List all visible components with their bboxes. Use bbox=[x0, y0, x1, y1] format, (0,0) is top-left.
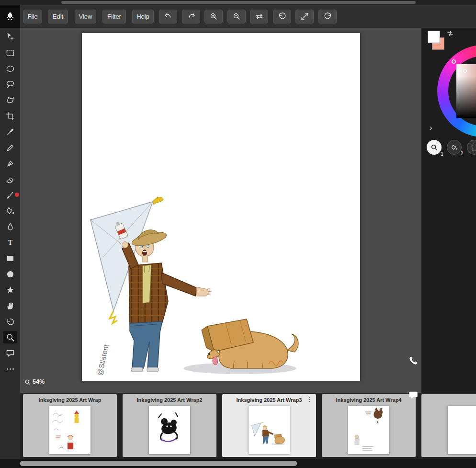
frame-title: Inksgiving 2025 Art Wrap3 bbox=[222, 397, 316, 403]
rotate-cw-icon bbox=[323, 12, 332, 21]
ink-pen-icon bbox=[5, 159, 15, 169]
paintbrush-icon bbox=[5, 190, 15, 200]
frame-card-5-partial[interactable] bbox=[421, 394, 476, 457]
frames-panel: Inksgiving 2025 Art Wrap bbox=[20, 393, 476, 459]
tool-crop[interactable] bbox=[3, 110, 17, 122]
app-logo-button[interactable] bbox=[0, 5, 20, 28]
tool-ellipse-select[interactable] bbox=[3, 62, 17, 75]
pencil-icon bbox=[5, 143, 15, 153]
tool-slot-2-fill[interactable]: 2 bbox=[447, 140, 462, 155]
rect-shape-icon bbox=[5, 253, 15, 263]
tool-slot-3-select[interactable] bbox=[467, 140, 476, 155]
undo-button[interactable] bbox=[159, 10, 177, 23]
tool-comment[interactable] bbox=[3, 347, 17, 359]
tool-star-shape[interactable] bbox=[3, 284, 17, 296]
eyedropper-icon bbox=[5, 127, 15, 137]
tool-rect-select[interactable] bbox=[3, 46, 17, 59]
tool-transform[interactable] bbox=[3, 31, 17, 43]
tool-rect-shape[interactable] bbox=[3, 252, 17, 264]
frame-thumbnail bbox=[249, 406, 290, 454]
hand-icon bbox=[5, 301, 15, 311]
tool-zoom[interactable] bbox=[3, 331, 17, 343]
top-scrollbar-handle[interactable] bbox=[61, 1, 416, 4]
voice-call-button[interactable] bbox=[407, 354, 419, 367]
tool-eyedropper[interactable] bbox=[3, 126, 17, 138]
ellipse-select-icon bbox=[5, 64, 15, 74]
frame-card-3-selected[interactable]: Inksgiving 2025 Art Wrap3 ⋮ bbox=[222, 394, 316, 457]
saturation-value-marker bbox=[463, 69, 467, 73]
saturation-value-box[interactable] bbox=[456, 64, 476, 118]
chat-bubble-icon bbox=[408, 390, 419, 400]
hue-marker bbox=[452, 59, 456, 64]
panel-expand-chevron[interactable]: › bbox=[430, 124, 432, 132]
menu-help[interactable]: Help bbox=[132, 10, 154, 23]
canvas[interactable]: @Stiatent bbox=[82, 33, 360, 381]
tool-ink-pen[interactable] bbox=[3, 157, 17, 170]
phone-icon bbox=[408, 355, 419, 366]
polygon-select-icon bbox=[5, 95, 15, 105]
zoom-level-label: 54% bbox=[33, 378, 45, 385]
text-icon: T bbox=[5, 238, 15, 248]
smudge-drop-icon bbox=[5, 222, 15, 232]
tool-eraser[interactable] bbox=[3, 173, 17, 185]
tool-paintbrush[interactable] bbox=[3, 189, 17, 201]
tool-slot-1-zoom[interactable]: 1 bbox=[427, 140, 442, 155]
tool-polygon-select[interactable] bbox=[3, 94, 17, 106]
fill-bucket-icon bbox=[5, 206, 15, 216]
frame-card-4[interactable]: Inksgiving 2025 Art Wrap4 bbox=[322, 394, 416, 457]
fullscreen-icon bbox=[300, 12, 309, 21]
slot-2-badge: 2 bbox=[460, 151, 463, 156]
tool-lasso[interactable] bbox=[3, 78, 17, 91]
tool-more[interactable] bbox=[3, 363, 17, 375]
rotate-cw-button[interactable] bbox=[318, 10, 337, 23]
canvas-artwork: @Stiatent bbox=[82, 33, 360, 381]
frame-card-2[interactable]: Inksgiving 2025 Art Wrap2 bbox=[123, 394, 216, 457]
slot-fill-icon bbox=[451, 144, 458, 151]
svg-text:T: T bbox=[8, 239, 12, 246]
slot-zoom-icon bbox=[431, 144, 438, 151]
rotate-ccw-button[interactable] bbox=[273, 10, 291, 23]
tool-undo[interactable] bbox=[3, 315, 17, 328]
frame-card-1[interactable]: Inksgiving 2025 Art Wrap bbox=[23, 394, 117, 457]
app-window: File Edit View Filter Help bbox=[0, 0, 476, 468]
tool-text[interactable]: T bbox=[3, 236, 17, 249]
frame-thumbnail bbox=[149, 406, 190, 454]
undo-icon bbox=[164, 12, 173, 21]
ellipse-shape-icon bbox=[5, 269, 15, 279]
tool-ellipse-shape[interactable] bbox=[3, 268, 17, 280]
zoom-in-button[interactable] bbox=[204, 10, 223, 23]
transform-cursor-icon bbox=[5, 32, 15, 42]
menu-edit[interactable]: Edit bbox=[48, 10, 68, 23]
swap-button[interactable] bbox=[250, 10, 268, 23]
star-shape-icon bbox=[5, 285, 15, 295]
menu-view[interactable]: View bbox=[75, 10, 96, 23]
tool-pencil[interactable] bbox=[3, 141, 17, 154]
color-panel: › 1 2 bbox=[421, 28, 476, 393]
menu-filter[interactable]: Filter bbox=[102, 10, 126, 23]
frame-menu-button[interactable]: ⋮ bbox=[306, 396, 313, 402]
zoom-indicator: 54% bbox=[24, 378, 45, 385]
swap-colors-button[interactable] bbox=[447, 30, 453, 39]
tool-fill-bucket[interactable] bbox=[3, 205, 17, 217]
redo-button[interactable] bbox=[182, 10, 200, 23]
foreground-swatch[interactable] bbox=[428, 31, 440, 43]
fullscreen-button[interactable] bbox=[295, 10, 314, 23]
lasso-icon bbox=[5, 80, 15, 90]
menu-file[interactable]: File bbox=[23, 10, 42, 23]
frame-thumbnail bbox=[448, 406, 476, 454]
rect-select-icon bbox=[5, 48, 15, 58]
crop-icon bbox=[5, 111, 15, 121]
tool-pan-hand[interactable] bbox=[3, 299, 17, 312]
frame-thumbnail bbox=[348, 406, 389, 454]
bottom-scrollbar-handle[interactable] bbox=[20, 461, 297, 466]
frame-title: Inksgiving 2025 Art Wrap bbox=[23, 397, 117, 403]
paint-splat-icon bbox=[4, 11, 16, 22]
slot-1-badge: 1 bbox=[441, 151, 443, 157]
tool-smudge[interactable] bbox=[3, 220, 17, 233]
zoom-magnifier-icon bbox=[5, 332, 15, 342]
hue-wheel[interactable] bbox=[437, 45, 476, 137]
redo-icon bbox=[187, 12, 196, 21]
header-bar: File Edit View Filter Help bbox=[0, 5, 476, 28]
chat-button[interactable] bbox=[407, 389, 419, 401]
zoom-out-button[interactable] bbox=[227, 10, 246, 23]
